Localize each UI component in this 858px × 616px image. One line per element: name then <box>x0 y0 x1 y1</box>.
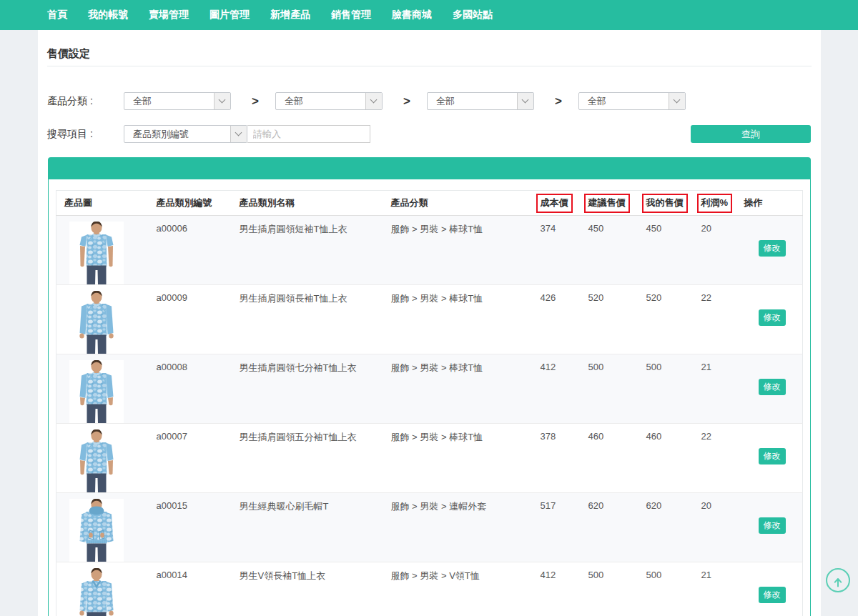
actions-cell: 修改 <box>744 493 803 562</box>
product-row: a00014男生V領長袖T恤上衣服飾 > 男裝 > V領T恤4125005002… <box>56 562 803 616</box>
edit-button[interactable]: 修改 <box>759 379 786 395</box>
suggested-price-cell: 520 <box>584 285 642 354</box>
column-header-suggested-price: 建議售價 <box>584 191 642 216</box>
edit-button[interactable]: 修改 <box>759 309 786 326</box>
product-image-cell <box>56 493 157 562</box>
chevron-down-icon <box>517 93 533 109</box>
table-header-row: 產品圖產品類別編號產品類別名稱產品分類成本價建議售價我的售價利潤%操作 <box>56 191 803 216</box>
chevron-down-icon <box>365 93 382 109</box>
results-panel: 產品圖產品類別編號產品類別名稱產品分類成本價建議售價我的售價利潤%操作 a000… <box>48 157 811 616</box>
nav-item-home[interactable]: 首頁 <box>47 9 67 21</box>
suggested-price-cell: 460 <box>584 424 642 493</box>
highlight-box-my-price: 我的售價 <box>642 194 688 213</box>
category-separator: > <box>252 94 259 109</box>
nav-item-my-account[interactable]: 我的帳號 <box>88 9 128 21</box>
category-select-2-value: 全部 <box>285 96 303 106</box>
category-filter-label: 產品分類 : <box>47 95 124 108</box>
column-header-product-code: 產品類別編號 <box>157 191 240 216</box>
search-type-value: 產品類別編號 <box>133 129 189 139</box>
category-select-3-value: 全部 <box>436 96 455 106</box>
product-image-vneck-long-sleeve-tee <box>69 568 124 616</box>
nav-item-image-management[interactable]: 圖片管理 <box>209 9 250 21</box>
search-type-select[interactable]: 產品類別編號 <box>124 125 247 143</box>
edit-button[interactable]: 修改 <box>759 448 786 465</box>
results-panel-header <box>48 157 811 179</box>
product-category-cell: 服飾 > 男裝 > 棒球T恤 <box>391 216 536 285</box>
product-name-cell: 男生插肩圓領五分袖T恤上衣 <box>240 424 391 493</box>
my-price-cell: 500 <box>642 562 697 616</box>
product-image-raglan-short-sleeve-tee <box>69 222 124 284</box>
product-code-cell: a00015 <box>157 493 240 562</box>
profit-percent-cell: 21 <box>697 354 744 424</box>
cost-price-cell: 412 <box>536 562 584 616</box>
search-row: 搜尋項目 : 產品類別編號 查詢 <box>47 125 812 143</box>
scroll-to-top-button[interactable] <box>826 568 850 592</box>
product-image-cell <box>56 424 157 493</box>
chevron-down-icon <box>669 93 685 109</box>
product-category-cell: 服飾 > 男裝 > 棒球T恤 <box>391 424 536 493</box>
search-label: 搜尋項目 : <box>47 128 124 141</box>
product-image-cell <box>56 285 157 354</box>
column-header-label: 產品圖 <box>64 197 92 208</box>
highlight-box-cost-price: 成本價 <box>536 194 573 213</box>
actions-cell: 修改 <box>744 354 803 424</box>
product-image-raglan-half-sleeve-tee <box>69 429 124 492</box>
cost-price-cell: 426 <box>536 285 584 354</box>
column-header-my-price: 我的售價 <box>642 191 697 216</box>
category-filter-row: 產品分類 : 全部>全部>全部>全部 <box>47 92 812 110</box>
column-header-product-category: 產品分類 <box>391 191 536 216</box>
edit-button[interactable]: 修改 <box>759 517 786 534</box>
category-select-2[interactable]: 全部 <box>275 92 383 110</box>
chevron-down-icon <box>230 126 247 142</box>
nav-item-multi-country-sites[interactable]: 多國站點 <box>453 9 493 21</box>
product-name-cell: 男生經典暖心刷毛帽T <box>240 493 391 562</box>
profit-percent-cell: 22 <box>697 424 744 493</box>
search-input[interactable] <box>247 125 370 143</box>
my-price-cell: 620 <box>642 493 697 562</box>
column-header-label: 產品類別名稱 <box>240 197 295 208</box>
nav-item-sales-management[interactable]: 銷售管理 <box>331 9 371 21</box>
column-header-profit-percent: 利潤% <box>697 191 744 216</box>
nav-item-facebook-mall[interactable]: 臉書商城 <box>392 9 432 21</box>
actions-cell: 修改 <box>744 216 803 285</box>
nav-item-add-product[interactable]: 新增產品 <box>270 9 310 21</box>
product-category-cell: 服飾 > 男裝 > V領T恤 <box>391 562 536 616</box>
column-header-label: 產品類別編號 <box>157 197 212 208</box>
product-category-cell: 服飾 > 男裝 > 棒球T恤 <box>391 354 536 424</box>
column-header-product-name: 產品類別名稱 <box>240 191 391 216</box>
actions-cell: 修改 <box>744 424 803 493</box>
edit-button[interactable]: 修改 <box>759 587 786 603</box>
product-name-cell: 男生插肩圓領短袖T恤上衣 <box>240 216 391 285</box>
product-code-cell: a00007 <box>157 424 240 493</box>
edit-button[interactable]: 修改 <box>759 240 786 257</box>
column-header-label: 產品分類 <box>391 197 428 208</box>
product-row: a00008男生插肩圓領七分袖T恤上衣服飾 > 男裝 > 棒球T恤4125005… <box>56 354 803 424</box>
nav-item-store-management[interactable]: 賣場管理 <box>149 9 189 21</box>
top-nav: 首頁我的帳號賣場管理圖片管理新增產品銷售管理臉書商城多國站點 <box>0 0 858 30</box>
category-select-4[interactable]: 全部 <box>578 92 686 110</box>
category-select-4-value: 全部 <box>588 96 606 106</box>
category-select-3[interactable]: 全部 <box>427 92 534 110</box>
my-price-cell: 450 <box>642 216 697 285</box>
product-name-cell: 男生插肩圓領長袖T恤上衣 <box>240 285 391 354</box>
query-button[interactable]: 查詢 <box>691 125 811 143</box>
suggested-price-cell: 620 <box>584 493 642 562</box>
column-header-product-image: 產品圖 <box>56 191 157 216</box>
column-header-cost-price: 成本價 <box>536 191 584 216</box>
product-code-cell: a00014 <box>157 562 240 616</box>
suggested-price-cell: 500 <box>584 562 642 616</box>
column-header-actions: 操作 <box>744 191 803 216</box>
product-image-cell <box>56 216 157 285</box>
product-name-cell: 男生插肩圓領七分袖T恤上衣 <box>240 354 391 424</box>
actions-cell: 修改 <box>744 285 803 354</box>
product-code-cell: a00006 <box>157 216 240 285</box>
product-image-hoodie-sweatshirt <box>69 499 124 562</box>
cost-price-cell: 517 <box>536 493 584 562</box>
highlight-box-suggested-price: 建議售價 <box>584 194 630 213</box>
profit-percent-cell: 21 <box>697 562 744 616</box>
product-image-raglan-three-quarter-sleeve-tee <box>69 360 124 423</box>
category-separator: > <box>555 94 562 109</box>
my-price-cell: 520 <box>642 285 697 354</box>
suggested-price-cell: 500 <box>584 354 642 424</box>
category-select-1[interactable]: 全部 <box>124 92 231 110</box>
